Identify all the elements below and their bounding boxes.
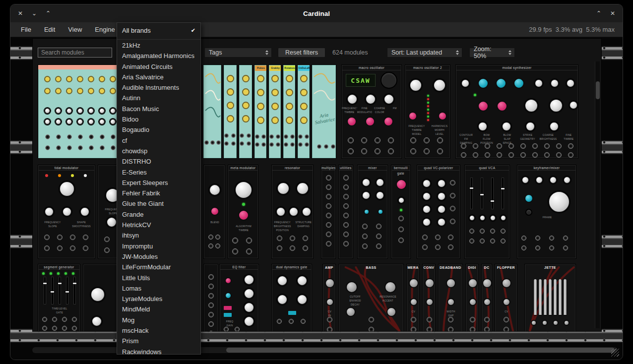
jack-icon	[208, 235, 213, 240]
module-card-amp[interactable]: AMPCVIN	[322, 264, 336, 332]
horizontal-scrollbar-thumb[interactable]	[226, 348, 615, 353]
module-card-modal-synthesizer[interactable]: modal synthesizerCONTOURBOWBLOWSTRIKECOA…	[455, 64, 578, 159]
zoom-select[interactable]: Zoom: 50%	[469, 48, 515, 58]
window-control-left-0-icon[interactable]: ✕	[16, 9, 24, 17]
brand-menu-item[interactable]: Animated Circuits	[117, 61, 200, 72]
brand-menu-item[interactable]: Bogaudio	[117, 124, 200, 135]
window-control-right-1-icon[interactable]: ✕	[609, 9, 617, 17]
sort-select[interactable]: Sort: Last updated	[387, 48, 462, 58]
module-card-quad-vc-polarizer[interactable]: quad VC-polarizer	[417, 165, 460, 259]
brand-menu-item[interactable]: LyraeModules	[117, 294, 200, 304]
module-card-rotatoes[interactable]: Rotatoes	[283, 64, 296, 159]
module-card-mixer[interactable]: mixer	[357, 165, 388, 259]
module-card-bass[interactable]: BASSCUTOFFRESONANCEENVMODACCENTDECAY	[338, 264, 404, 332]
brand-menu-item[interactable]: cf	[117, 135, 200, 146]
module-card-deadband[interactable]: DEADBANDWIDTHGAP	[438, 264, 463, 332]
brand-menu-item[interactable]: JW-Modules	[117, 251, 200, 262]
knob-icon	[296, 182, 309, 195]
module-card-conv[interactable]: CONV	[422, 264, 436, 332]
brand-menu-item[interactable]: mscHack	[117, 325, 200, 336]
brand-menu-item[interactable]: MindMeld	[117, 304, 200, 314]
module-card[interactable]	[223, 64, 237, 159]
module-card-grabby[interactable]: Grabby	[268, 64, 281, 159]
brand-menu-item[interactable]: Bacon Music	[117, 104, 200, 114]
brand-menu-item[interactable]: chowdsp	[117, 146, 200, 156]
jack-icon	[376, 234, 381, 239]
brand-menu-item[interactable]: Lomas	[117, 283, 200, 294]
module-card[interactable]	[203, 264, 218, 332]
brand-menu-item[interactable]: Autinn	[117, 93, 200, 103]
brand-menu-item[interactable]: Aria Salvatrice	[117, 72, 200, 82]
brand-menu-item[interactable]: E-Series	[117, 167, 200, 178]
module-card-macro-oscillator-2[interactable]: macro oscillator 2FREQUENCYHARMONICSTIMB…	[405, 64, 450, 159]
module-card-pokies[interactable]: Pokies	[254, 64, 267, 159]
knob-icon	[396, 179, 407, 190]
module-card-jette[interactable]: JETTE	[524, 264, 576, 332]
brand-menu-item[interactable]: Expert Sleepers	[117, 178, 200, 188]
module-card-undular[interactable]: UnDuLaR	[297, 64, 310, 159]
jack-icon	[501, 239, 506, 243]
menu-edit[interactable]: Edit	[38, 22, 62, 37]
search-input[interactable]	[38, 48, 112, 58]
module-card-segment-generator[interactable]: segment generatorTIME/LEVELGATE	[38, 264, 80, 332]
module-card-resonator[interactable]: resonatorFREQUENCYSTRUCTUREBRIGHTNESSDAM…	[271, 165, 314, 259]
menu-file[interactable]: File	[14, 22, 38, 37]
module-card[interactable]	[203, 64, 222, 159]
window-control-left-2-icon[interactable]: ⌃	[44, 9, 52, 17]
brand-menu-item[interactable]: Amalgamated Harmonics	[117, 51, 200, 61]
module-card-meta-modulator[interactable]: meta modulatorALGORITHMTIMBRE	[228, 165, 258, 259]
brand-menu-item[interactable]: Grande	[117, 209, 200, 220]
knob-icon	[564, 320, 570, 326]
module-card-flopper[interactable]: FLOPPERCV	[495, 264, 517, 332]
brand-menu-item[interactable]: Prism	[117, 336, 200, 346]
tube-icon	[554, 279, 557, 315]
module-card[interactable]	[239, 64, 253, 159]
module-card-multiples[interactable]: multiples	[321, 165, 336, 259]
brand-menu-item[interactable]: LifeFormModular	[117, 262, 200, 272]
module-label: CV	[323, 310, 336, 313]
knob-icon	[80, 207, 90, 217]
brand-menu-item[interactable]: Glue the Giant	[117, 198, 200, 209]
slider-cap	[501, 187, 505, 190]
jack-icon	[52, 317, 57, 322]
module-card-macro-oscillator[interactable]: macro oscillatorCSAWFREQUENCYFINECOARSEF…	[341, 64, 402, 159]
module-card-bernoulli-gate[interactable]: bernoulli gate	[391, 165, 411, 259]
brand-menu-item[interactable]: DISTRHO	[117, 156, 200, 167]
vertical-scrollbar[interactable]	[595, 61, 600, 328]
jack-icon	[362, 234, 368, 239]
decor-bar	[224, 313, 232, 317]
module-card-dc[interactable]: DC	[481, 264, 492, 332]
window-control-right-0-icon[interactable]: ⌃	[595, 9, 603, 17]
brand-menu-item[interactable]: Mog	[117, 315, 200, 325]
module-card-keyframer-mixer[interactable]: keyframer/mixerFRAME	[517, 165, 576, 259]
module-card-eq-filter[interactable]: EQ filterFREQGAIN	[219, 264, 259, 332]
jack-icon	[208, 303, 214, 308]
module-card-mera[interactable]: MERACV	[406, 264, 420, 332]
resize-grip[interactable]	[611, 349, 619, 357]
brand-menu-item[interactable]: Bidoo	[117, 114, 200, 124]
brand-menu-item[interactable]: Little Utils	[117, 273, 200, 283]
brand-menu-item[interactable]: 21kHz	[117, 40, 200, 51]
brand-menu-item[interactable]: HetrickCV	[117, 220, 200, 230]
vertical-scrollbar-thumb[interactable]	[596, 81, 600, 99]
jack-icon	[100, 134, 105, 139]
module-label: STRIKE	[517, 133, 538, 136]
brand-menu-item[interactable]: ihtsyn	[117, 230, 200, 241]
brand-menu-item[interactable]: Impromptu	[117, 241, 200, 251]
module-card[interactable]: BLEND	[203, 165, 225, 259]
module-card[interactable]: Aria Salvatrice	[312, 64, 336, 159]
brand-menu-item[interactable]: Audible Instruments	[117, 82, 200, 93]
reset-filters-button[interactable]: Reset filters	[278, 48, 325, 58]
module-card-quad-vca[interactable]: quad VCA	[464, 165, 510, 259]
module-card-dual-dynamics-gate[interactable]: dual dynamics gate	[271, 264, 312, 332]
brand-menu-selected[interactable]: All brands ✔	[117, 25, 200, 36]
tags-select[interactable]: Tags	[204, 48, 272, 58]
jack-icon	[437, 148, 443, 154]
module-card-tidal-modulator[interactable]: tidal modulatorFREQUENCYSHAPESLOPESMOOTH…	[38, 165, 95, 259]
module-card-digi[interactable]: DIGI	[465, 264, 479, 332]
brand-menu-item[interactable]: Fehler Fabrik	[117, 188, 200, 198]
window-control-left-1-icon[interactable]: ⌄	[30, 9, 38, 17]
module-card-utilities[interactable]: utilities	[338, 165, 353, 259]
brand-menu-item[interactable]: Rackwindows	[117, 347, 200, 355]
menu-view[interactable]: View	[62, 22, 88, 37]
